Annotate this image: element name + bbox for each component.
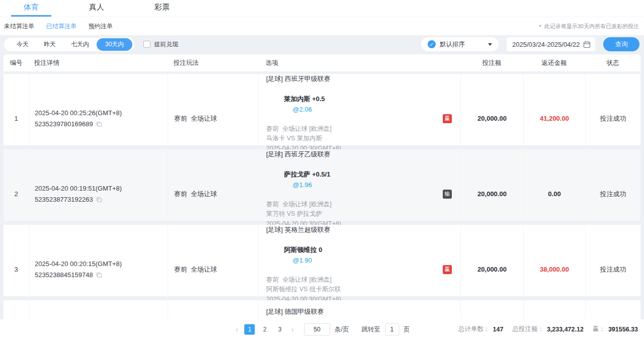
date-range-input[interactable]: 2025/03/24-2025/04/22: [507, 37, 595, 51]
col-header-option: 选项: [258, 59, 460, 67]
total-stake-label: 总投注额：: [512, 325, 544, 333]
league-name: [足球] 西班牙甲级联赛: [266, 74, 460, 84]
page-button-3[interactable]: 3: [275, 324, 285, 334]
table-row: 3 2025-04-20 00:20:15(GMT+8) 52352388451…: [4, 225, 640, 296]
bet-status: [585, 300, 640, 320]
table-row: 1 2025-04-20 00:25:26(GMT+8) 52352397801…: [4, 74, 640, 145]
bet-id: 5235238773192263: [35, 194, 93, 205]
date-range-value: 2025/03/24-2025/04/22: [512, 41, 580, 48]
totals-summary: 总计单数： 147 总投注额： 3,233,472.12 赢： 391556.3…: [449, 319, 638, 339]
odds-value: @1.96: [293, 181, 312, 189]
bet-time: 2025-04-20 00:19:51(GMT+8): [35, 183, 168, 194]
col-header-no: 编号: [4, 59, 29, 67]
page-button-1[interactable]: 1: [245, 324, 255, 334]
col-header-stake: 投注额: [460, 59, 523, 67]
tab-live[interactable]: 真人: [76, 3, 117, 17]
prev-page-icon[interactable]: ‹: [234, 325, 239, 333]
odds-value: @1.90: [293, 257, 312, 264]
copy-icon[interactable]: [96, 272, 102, 278]
col-header-detail: 投注详情: [29, 59, 168, 67]
jump-to-label: 跳转至: [362, 325, 381, 333]
subtab-unsettled-bets[interactable]: 未结算注单: [4, 22, 34, 31]
col-header-payout: 返还金额: [523, 59, 585, 67]
next-page-icon[interactable]: ›: [290, 325, 295, 333]
copy-icon[interactable]: [96, 197, 102, 203]
date-quick-filters: 今天 昨天 七天内 30天内: [4, 38, 134, 51]
pick-name: 萨拉戈萨 +0.5/1: [284, 171, 331, 178]
market-info: 赛前 全场让球 [欧洲盘]: [266, 200, 460, 210]
match-teams: 马洛卡 VS 莱加内斯: [266, 134, 460, 144]
pick-name: 莱加内斯 +0.5: [284, 95, 325, 103]
secondary-tabs: 未结算注单 已结算注单 预约注单 • 此记录将显示30天内所有已派彩的投注: [0, 17, 644, 35]
tab-sports[interactable]: 体育: [11, 3, 51, 17]
cashout-checkbox[interactable]: [143, 41, 150, 48]
top-header: 体育 真人 彩票 未结算注单 已结算注单 预约注单 • 此记录将显示30天内所有…: [0, 0, 644, 35]
jump-page-input[interactable]: [385, 323, 399, 335]
bets-table: 编号 投注详情 投注玩法 选项 投注额 返还金额 状态 1 2025-04-20…: [4, 54, 640, 320]
stake-amount: [460, 300, 523, 320]
bet-number: [4, 300, 29, 320]
table-row: [足球] 德国甲级联赛: [4, 300, 640, 320]
bet-id: 5235238845159748: [35, 270, 93, 281]
pagination: ‹ 1 2 3 › 条/页 跳转至 页: [234, 323, 410, 335]
sort-selected-label: 默认排序: [440, 40, 465, 49]
bottom-bar: ‹ 1 2 3 › 条/页 跳转至 页 总计单数： 147 总投注额： 3,23…: [0, 319, 644, 339]
col-header-status: 状态: [585, 59, 640, 67]
filter-today[interactable]: 今天: [9, 38, 36, 51]
chevron-down-icon: [488, 43, 492, 46]
bet-play-type: [168, 300, 258, 320]
total-count-label: 总计单数：: [458, 325, 490, 333]
table-row: 2 2025-04-20 00:19:51(GMT+8) 52352387731…: [4, 149, 640, 221]
records-note: • 此记录将显示30天内所有已派彩的投注: [539, 23, 639, 30]
league-name: [足球] 德国甲级联赛: [266, 307, 460, 317]
bet-time: 2025-04-20 00:20:15(GMT+8): [35, 259, 168, 270]
filter-yesterday[interactable]: 昨天: [36, 38, 63, 51]
filter-30days[interactable]: 30天内: [97, 38, 132, 51]
league-name: [足球] 英格兰超级联赛: [266, 225, 460, 235]
lose-badge: 输: [443, 190, 452, 199]
bullet-icon: •: [539, 23, 541, 30]
total-count-value: 147: [493, 326, 504, 333]
filter-bar-right: ✓ 默认排序 2025/03/24-2025/04/22 查询: [421, 37, 639, 51]
win-badge: 赢: [443, 265, 452, 274]
calendar-icon: [583, 41, 591, 48]
tab-lottery[interactable]: 彩票: [142, 3, 182, 17]
cashout-label: 提前兑现: [154, 40, 178, 49]
win-badge: 赢: [443, 114, 452, 123]
total-win-value: 391556.33: [608, 326, 638, 333]
page-size-input[interactable]: [304, 323, 330, 335]
subtab-settled-bets[interactable]: 已结算注单: [46, 22, 76, 31]
match-teams: 莱万特 VS 萨拉戈萨: [266, 209, 460, 219]
sort-dropdown[interactable]: ✓ 默认排序: [421, 37, 499, 51]
filter-7days[interactable]: 七天内: [63, 38, 97, 51]
bet-id: 5235239780169689: [35, 119, 93, 130]
records-note-text: 此记录将显示30天内所有已派彩的投注: [544, 23, 639, 30]
filter-bar: 今天 昨天 七天内 30天内 提前兑现 ✓ 默认排序 2025/03/24-20…: [0, 35, 644, 53]
per-page-label: 条/页: [335, 325, 349, 333]
market-info: 赛前 全场让球 [欧洲盘]: [266, 124, 460, 134]
page-button-2[interactable]: 2: [260, 324, 270, 334]
page-unit-label: 页: [404, 325, 410, 333]
search-button[interactable]: 查询: [603, 37, 639, 51]
copy-icon[interactable]: [96, 121, 102, 127]
odds-value: @2.06: [293, 106, 312, 113]
market-info: 赛前 全场让球 [欧洲盘]: [266, 275, 460, 285]
table-header-row: 编号 投注详情 投注玩法 选项 投注额 返还金额 状态: [4, 54, 640, 71]
primary-tabs: 体育 真人 彩票: [0, 0, 644, 17]
payout-amount: [523, 300, 585, 320]
league-name: [足球] 西班牙乙级联赛: [266, 149, 460, 159]
cashout-filter: 提前兑现: [143, 40, 178, 49]
check-circle-icon: ✓: [428, 40, 436, 48]
col-header-play: 投注玩法: [168, 59, 258, 67]
bet-detail-cell: [29, 300, 168, 320]
match-teams: 阿斯顿维拉 VS 纽卡斯尔联: [266, 285, 460, 295]
total-win-label: 赢：: [593, 325, 605, 333]
total-stake-value: 3,233,472.12: [547, 326, 584, 333]
pick-name: 阿斯顿维拉 0: [284, 246, 323, 253]
subtab-reserved-bets[interactable]: 预约注单: [89, 22, 113, 31]
bet-time: 2025-04-20 00:25:26(GMT+8): [35, 108, 168, 119]
bet-option-cell: [足球] 德国甲级联赛: [258, 300, 460, 320]
